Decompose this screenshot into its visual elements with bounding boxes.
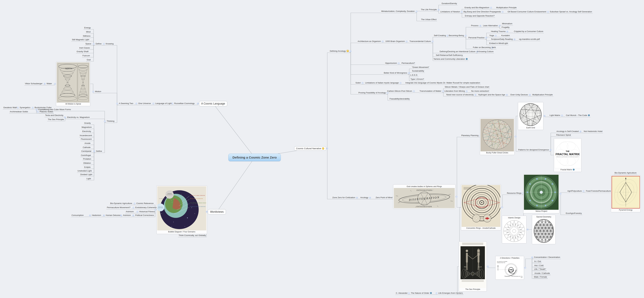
node-arcology2[interactable]: Arcology — [360, 196, 369, 199]
image-img-venus[interactable]: Venus Project — [523, 174, 559, 213]
node-green[interactable]: "Green Movement" — [411, 66, 430, 69]
node-magnetism[interactable]: Magnetism — [81, 126, 92, 129]
node-neednew[interactable]: Need new source of electricity — [446, 93, 474, 97]
collapse-icon[interactable] — [197, 103, 199, 104]
node-oneuniverse[interactable]: One Universe — [138, 102, 152, 105]
node-minimalism[interactable]: Minimalism — [502, 22, 513, 26]
node-evocoherence[interactable]: Evolutionary Coherence — [135, 206, 158, 209]
collapse-icon[interactable] — [152, 103, 154, 104]
node-platonic[interactable]: Platonic Solids — [39, 110, 54, 113]
node-fluorescent[interactable]: Fluorescent — [80, 138, 92, 141]
node-incandescent[interactable]: Incandescent — [79, 134, 92, 137]
node-sexprinciple1[interactable]: The Sex Principle — [47, 118, 64, 121]
node-divided[interactable]: Divided Light — [80, 173, 93, 176]
node-synergetics[interactable]: Synergetics — [19, 106, 31, 109]
node-verb[interactable]: Verb — [491, 46, 496, 49]
node-worldviews[interactable]: Worldviews — [208, 209, 226, 215]
collapse-icon[interactable] — [544, 115, 546, 117]
node-liberationmining[interactable]: Liberation from Mining — [444, 90, 466, 93]
collapse-icon[interactable] — [398, 62, 400, 64]
node-motion[interactable]: Motion — [94, 90, 102, 93]
node-oil[interactable]: Oil Based Consumer Culture Enslavement — [507, 10, 547, 14]
node-histfitness[interactable]: Historical Fitness — [139, 210, 156, 213]
node-process[interactable]: Process — [470, 24, 479, 28]
node-central[interactable]: Defining a Cosmic Zone Zero — [228, 154, 281, 161]
collapse-icon[interactable] — [465, 35, 467, 37]
collapse-icon[interactable] — [382, 41, 384, 42]
collapse-icon[interactable] — [132, 207, 134, 209]
node-siliconmetals[interactable]: Silicon Metals / Sharps and Flats of Oct… — [444, 86, 490, 89]
node-oblation[interactable]: Oblation — [83, 162, 92, 165]
node-gshaft[interactable]: Gravity Shaft — [76, 50, 89, 53]
node-tamera[interactable]: Tamera and Community Liberation — [433, 58, 468, 61]
node-selfreliance[interactable]: Self-Reliance/Self-Sufficiency — [435, 54, 464, 57]
collapse-icon[interactable] — [529, 94, 531, 96]
node-carlmunck[interactable]: Carl Munck - The Code — [565, 114, 590, 117]
node-zeropoint[interactable]: Zero Point of Mind — [375, 196, 393, 199]
node-resourcerings[interactable]: Resource Rings — [506, 192, 522, 195]
node-anode[interactable]: Anode — [84, 142, 91, 145]
node-opportunism[interactable]: Opportunism — [384, 62, 398, 65]
image-img-pyramid[interactable]: Pyramid Energy — [611, 175, 641, 212]
node-lifeemerges[interactable]: Life Emerges from Centers — [438, 292, 464, 295]
node-evm[interactable]: Electricity vs. Magnetism — [66, 116, 90, 119]
node-thinking[interactable]: Thinking — [106, 120, 115, 123]
collapse-icon[interactable] — [92, 91, 94, 93]
collapse-icon[interactable] — [120, 215, 122, 216]
collapse-icon[interactable] — [487, 266, 489, 267]
collapse-icon[interactable] — [524, 267, 526, 269]
collapse-icon[interactable] — [36, 109, 38, 111]
node-inert[interactable]: Inert Gases — [78, 47, 90, 50]
node-define2[interactable]: Define — [95, 150, 102, 153]
node-hotcold[interactable]: Hot / Cold — [534, 264, 544, 267]
image-img-flower[interactable]: Sacred Geometry — [532, 215, 556, 244]
node-brain1000[interactable]: 1000 Brain Organism — [385, 40, 406, 43]
node-anodecathode[interactable]: Anode / Cathode — [534, 272, 550, 275]
collapse-icon[interactable] — [32, 107, 34, 109]
node-limitalian[interactable]: Limitations of Italian mystic language — [364, 81, 400, 85]
node-wrongness[interactable]: Better Kind of Wrongness — [383, 72, 408, 75]
node-carbonsilicon[interactable]: Carbon-Silicon-Post Silicon — [386, 90, 413, 93]
node-foodforests[interactable]: Food Forests/Permaculture — [585, 190, 612, 193]
node-soleri[interactable]: Soleri — [355, 81, 362, 85]
node-entropy[interactable]: Entropy and Opposite Reaction? — [464, 15, 495, 18]
collapse-icon[interactable] — [54, 83, 56, 85]
image-img-bubble[interactable]: ANIMISMHUMAN DELUSIONANIMATIONLIFE SELF-… — [156, 186, 207, 234]
collapse-icon[interactable] — [37, 111, 39, 113]
collapse-icon[interactable] — [413, 90, 415, 92]
node-leed[interactable]: L.E.E.D. — [410, 74, 418, 77]
node-centripetal[interactable]: Centripetal — [81, 150, 92, 153]
node-suburban[interactable]: Suburban Sprawl vs. Arcology Self Genera… — [549, 10, 593, 14]
node-gravbio[interactable]: Gravity and Bio-Magnetism — [464, 6, 490, 10]
node-multp1[interactable]: Multiplication Principle — [496, 6, 517, 10]
collapse-icon[interactable] — [506, 31, 508, 33]
node-ogmandino[interactable]: og-mandino-scrolls.pdf — [518, 38, 540, 41]
node-defarc[interactable]: Defining Arcology — [329, 50, 349, 53]
node-animism2[interactable]: Animism — [122, 214, 132, 217]
collapse-icon[interactable] — [103, 215, 105, 216]
node-geodesic[interactable]: Geodesic Math — [3, 106, 18, 109]
node-arcselfcreated[interactable]: Arcology is Self-Created — [556, 130, 580, 133]
node-transmutation[interactable]: Transmutation of Matter — [419, 90, 442, 93]
node-centrifugal[interactable]: Centrifugal — [80, 154, 92, 157]
node-water[interactable]: Water — [46, 82, 52, 85]
node-ccn[interactable]: Cosmic Cultural Narrative — [294, 146, 326, 151]
node-intentional[interactable]: Defining/Desiring an Intentional Culture — [439, 50, 476, 53]
collapse-icon[interactable] — [461, 11, 463, 13]
image-img-bucky[interactable]: Bucky Fuller Great Circles — [480, 118, 515, 155]
collapse-icon[interactable] — [560, 193, 562, 195]
node-undivided[interactable]: Undivided Light — [77, 170, 92, 173]
image-img-god[interactable]: God creates bodies in Spheres and RingsI… — [393, 184, 456, 209]
node-cosmicrel[interactable]: Cosmic Relevence — [136, 202, 154, 205]
note-icon[interactable] — [346, 50, 349, 52]
node-animism1[interactable]: Animism — [125, 210, 134, 213]
node-transcult[interactable]: Transcendental Culture — [409, 40, 432, 43]
collapse-icon[interactable] — [89, 215, 91, 216]
node-personal[interactable]: Personal Practice — [468, 36, 485, 40]
node-noextraction[interactable]: No more extraction! — [470, 90, 490, 93]
node-lightmatrix[interactable]: Light Matrix — [549, 114, 561, 117]
collapse-icon[interactable] — [104, 120, 106, 122]
collapse-icon[interactable] — [456, 196, 458, 198]
collapse-icon[interactable] — [416, 11, 418, 12]
node-polcorrect[interactable]: Political Correctness — [134, 214, 154, 217]
